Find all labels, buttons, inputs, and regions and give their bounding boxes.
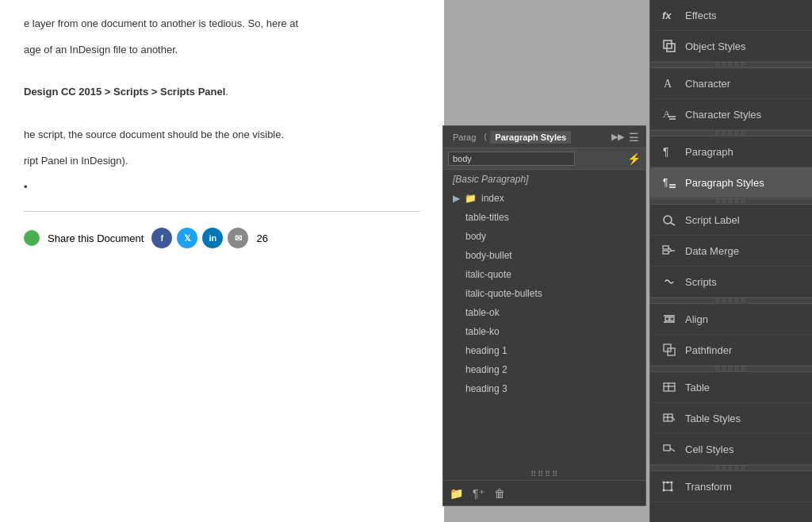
panel-menu-button[interactable]: ☰ bbox=[627, 131, 641, 144]
email-share-button[interactable]: ✉ bbox=[228, 228, 248, 248]
share-bar: Share this Document f 𝕏 in ✉ 26 bbox=[24, 228, 420, 248]
svg-rect-31 bbox=[664, 445, 670, 451]
separator-2: ⠿⠿⠿⠿⠿ bbox=[650, 130, 812, 136]
separator-6: ⠿⠿⠿⠿⠿ bbox=[650, 465, 812, 471]
doc-text-1: e layer from one document to another is … bbox=[24, 16, 420, 33]
panel-search-input[interactable] bbox=[448, 152, 575, 166]
sidebar-item-pathfinder[interactable]: Pathfinder bbox=[650, 335, 812, 366]
list-item[interactable]: heading 3 bbox=[443, 379, 645, 398]
script-label-label: Script Label bbox=[685, 214, 740, 226]
cell-styles-icon bbox=[661, 441, 677, 457]
folder-icon-img: 📁 bbox=[465, 193, 477, 204]
table-styles-icon bbox=[661, 410, 677, 426]
sidebar-item-table-styles[interactable]: Table Styles bbox=[650, 403, 812, 434]
share-icons[interactable]: f 𝕏 in ✉ bbox=[151, 228, 248, 248]
list-item[interactable]: heading 2 bbox=[443, 360, 645, 379]
data-merge-icon bbox=[661, 243, 677, 259]
linkedin-share-button[interactable]: in bbox=[202, 228, 223, 248]
list-item[interactable]: body bbox=[443, 227, 645, 246]
separator-1: ⠿⠿⠿⠿⠿ bbox=[650, 62, 812, 68]
object-styles-label: Object Styles bbox=[685, 40, 746, 52]
panel-search-bar: ⚡ bbox=[443, 148, 645, 170]
share-count: 26 bbox=[256, 232, 267, 244]
sidebar-item-scripts[interactable]: Scripts bbox=[650, 267, 812, 297]
panel-scroll-arrows[interactable]: ▶▶ bbox=[611, 132, 624, 142]
panel-tab-parag[interactable]: Parag bbox=[448, 131, 481, 144]
delete-style-icon[interactable]: 🗑 bbox=[494, 487, 505, 500]
sidebar-item-table[interactable]: Table bbox=[650, 372, 812, 403]
quick-apply-button[interactable]: ⚡ bbox=[627, 152, 641, 165]
separator-3: ⠿⠿⠿⠿⠿ bbox=[650, 198, 812, 205]
sidebar-item-paragraph-styles[interactable]: ¶ Paragraph Styles bbox=[650, 167, 812, 198]
list-item[interactable]: heading 1 bbox=[443, 341, 645, 360]
svg-rect-1 bbox=[664, 40, 672, 48]
list-item[interactable]: body-bullet bbox=[443, 246, 645, 265]
object-styles-icon bbox=[661, 38, 677, 54]
svg-point-38 bbox=[667, 482, 669, 484]
doc-text-2: age of an InDesign file to another. bbox=[24, 42, 420, 59]
sidebar-item-transform[interactable]: Transform bbox=[650, 471, 812, 502]
character-icon: A bbox=[661, 75, 677, 91]
sidebar-item-cell-styles[interactable]: Cell Styles bbox=[650, 434, 812, 465]
doc-text-6: • bbox=[24, 179, 420, 196]
document-page: e layer from one document to another is … bbox=[0, 0, 444, 522]
align-icon bbox=[661, 311, 677, 327]
svg-point-35 bbox=[671, 482, 673, 484]
list-item[interactable]: table-ko bbox=[443, 322, 645, 341]
scripts-icon bbox=[661, 274, 677, 290]
fx-icon: fx bbox=[661, 7, 677, 23]
sidebar-item-paragraph[interactable]: ¶ Paragraph bbox=[650, 136, 812, 167]
svg-line-12 bbox=[671, 223, 675, 225]
sidebar-item-data-merge[interactable]: Data Merge bbox=[650, 236, 812, 267]
table-styles-label: Table Styles bbox=[685, 413, 741, 424]
list-item[interactable]: [Basic Paragraph] bbox=[443, 170, 645, 189]
svg-rect-2 bbox=[667, 44, 675, 52]
svg-rect-14 bbox=[663, 251, 668, 254]
sidebar-item-effects[interactable]: fx Effects bbox=[650, 0, 812, 31]
twitter-share-button[interactable]: 𝕏 bbox=[177, 228, 197, 248]
pathfinder-label: Pathfinder bbox=[685, 344, 732, 356]
scripts-label: Scripts bbox=[685, 276, 717, 288]
right-sidebar: fx Effects Object Styles ⠿⠿⠿⠿⠿ A Charact… bbox=[649, 0, 812, 522]
green-dot bbox=[24, 230, 40, 246]
new-folder-icon[interactable]: 📁 bbox=[450, 487, 463, 500]
svg-point-34 bbox=[663, 482, 665, 484]
svg-text:fx: fx bbox=[662, 10, 672, 21]
sidebar-item-align[interactable]: Align bbox=[650, 304, 812, 335]
svg-rect-20 bbox=[670, 317, 674, 320]
svg-line-32 bbox=[670, 448, 675, 451]
list-item[interactable]: table-titles bbox=[443, 208, 645, 227]
data-merge-label: Data Merge bbox=[685, 245, 739, 257]
doc-text-3: Design CC 2015 > Scripts > Scripts Panel… bbox=[24, 84, 420, 101]
facebook-share-button[interactable]: f bbox=[151, 228, 172, 248]
list-item-folder[interactable]: ▶ 📁 index bbox=[443, 189, 645, 208]
svg-point-37 bbox=[671, 489, 673, 492]
new-style-icon[interactable]: ¶⁺ bbox=[473, 487, 485, 500]
list-item[interactable]: italic-quote-bullets bbox=[443, 284, 645, 303]
svg-point-36 bbox=[663, 489, 665, 492]
tab-separator: ⟨ bbox=[484, 132, 487, 142]
share-label: Share this Document bbox=[48, 232, 144, 244]
sidebar-item-object-styles[interactable]: Object Styles bbox=[650, 31, 812, 62]
table-icon bbox=[661, 379, 677, 395]
sidebar-item-script-label[interactable]: Script Label bbox=[650, 205, 812, 236]
list-item[interactable]: table-ok bbox=[443, 303, 645, 322]
sidebar-item-character-styles[interactable]: A Character Styles bbox=[650, 99, 812, 130]
paragraph-label: Paragraph bbox=[685, 146, 733, 158]
panel-drag-handle: ⠿⠿⠿⠿ bbox=[443, 468, 645, 480]
separator-4: ⠿⠿⠿⠿⠿ bbox=[650, 297, 812, 304]
svg-text:A: A bbox=[664, 78, 672, 90]
doc-content: e layer from one document to another is … bbox=[24, 16, 420, 195]
folder-triangle-icon: ▶ bbox=[453, 193, 460, 204]
list-item[interactable]: italic-quote bbox=[443, 265, 645, 284]
panel-tab-paragraph-styles[interactable]: Paragraph Styles bbox=[490, 131, 571, 144]
folder-label: index bbox=[481, 193, 504, 204]
sidebar-item-character[interactable]: A Character bbox=[650, 68, 812, 99]
transform-icon bbox=[661, 478, 677, 494]
paragraph-styles-panel: Parag ⟨ Paragraph Styles ▶▶ ☰ ⚡ [Basic P… bbox=[442, 125, 646, 506]
pathfinder-icon bbox=[661, 342, 677, 358]
script-label-icon bbox=[661, 212, 677, 228]
paragraph-icon: ¶ bbox=[661, 144, 677, 159]
doc-divider bbox=[24, 211, 420, 212]
doc-text-5: ript Panel in InDesign). bbox=[24, 153, 420, 170]
